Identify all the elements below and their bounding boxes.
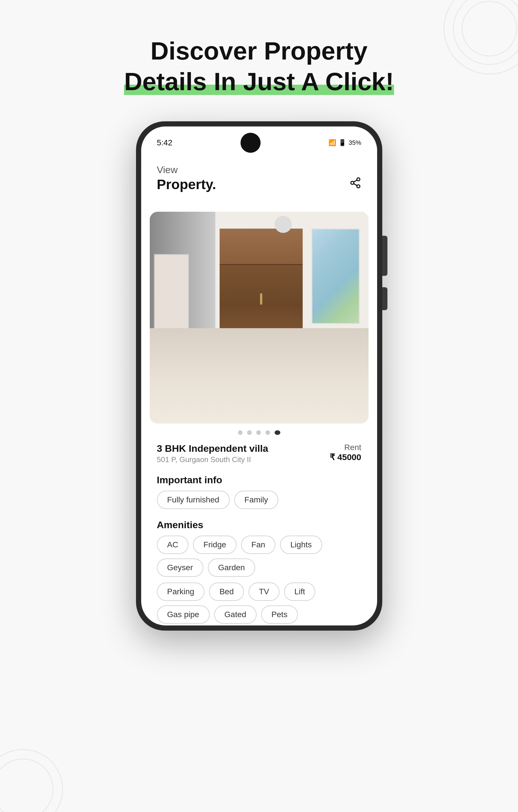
status-time: 5:42 xyxy=(157,138,173,147)
battery-text: 35% xyxy=(349,139,361,146)
phone-side-button xyxy=(382,236,387,276)
property-image xyxy=(150,212,369,424)
tag-parking: Parking xyxy=(157,583,205,601)
rent-amount: ₹ 45000 xyxy=(330,452,361,462)
tag-ac: AC xyxy=(157,535,189,554)
phone-wrapper: 5:42 📶 📱 35% View Property. xyxy=(136,121,382,631)
svg-line-4 xyxy=(354,180,357,182)
tag-fridge: Fridge xyxy=(193,535,236,554)
camera-notch xyxy=(241,133,261,153)
tag-family: Family xyxy=(234,491,278,509)
svg-line-3 xyxy=(354,184,357,186)
property-title: Property. xyxy=(157,177,216,192)
property-details: 3 BHK Independent villa 501 P, Gurgaon S… xyxy=(141,435,377,509)
amenities-section: Amenities AC Fridge Fan Lights Geyser Ga… xyxy=(141,519,377,626)
tag-fan: Fan xyxy=(241,535,275,554)
dot-5-active[interactable] xyxy=(275,430,280,435)
tag-fully-furnished: Fully furnished xyxy=(157,491,230,509)
app-header: View Property. xyxy=(141,156,377,204)
property-image-inner xyxy=(150,212,369,424)
tag-lights: Lights xyxy=(280,535,322,554)
property-title-row: Property. xyxy=(157,177,361,192)
share-icon[interactable] xyxy=(349,177,361,192)
phone-screen: 5:42 📶 📱 35% View Property. xyxy=(141,126,377,626)
page-content: Discover Property Details In Just A Clic… xyxy=(0,0,518,812)
property-name-row: 3 BHK Independent villa 501 P, Gurgaon S… xyxy=(157,443,361,464)
amenities-title: Amenities xyxy=(157,519,361,530)
tag-gas-pipe: Gas pipe xyxy=(157,605,210,624)
headline-line2: Details In Just A Click! xyxy=(124,68,394,95)
info-tags-row: Fully furnished Family xyxy=(157,491,361,509)
dot-4[interactable] xyxy=(266,430,270,435)
prop-address: 501 P, Gurgaon South City II xyxy=(157,455,268,464)
dot-1[interactable] xyxy=(238,430,243,435)
wifi-icon: 📶 xyxy=(328,139,336,146)
view-label: View xyxy=(157,164,361,175)
status-bar: 5:42 📶 📱 35% xyxy=(141,126,377,156)
wardrobe-handle xyxy=(260,293,262,305)
dot-2[interactable] xyxy=(247,430,252,435)
tag-garden: Garden xyxy=(208,558,255,577)
status-icons: 📶 📱 35% xyxy=(328,139,361,146)
dot-3[interactable] xyxy=(256,430,261,435)
rent-info: Rent ₹ 45000 xyxy=(330,443,361,462)
rent-label: Rent xyxy=(330,443,361,452)
tag-geyser: Geyser xyxy=(157,558,203,577)
headline-section: Discover Property Details In Just A Clic… xyxy=(124,37,394,95)
important-info-title: Important info xyxy=(157,474,361,486)
window-area xyxy=(311,229,360,324)
room-floor xyxy=(150,328,369,424)
tag-tv: TV xyxy=(249,583,279,601)
tag-pets: Pets xyxy=(261,605,298,624)
headline-line1: Discover Property xyxy=(124,37,394,65)
amenity-row-1: AC Fridge Fan Lights Geyser Garden xyxy=(157,535,361,577)
tag-bed: Bed xyxy=(209,583,244,601)
amenity-row-2: Parking Bed TV Lift Gas pipe Gated Pets xyxy=(157,583,361,624)
headline-line2-wrapper: Details In Just A Click! xyxy=(124,68,394,95)
phone-side-button-2 xyxy=(382,287,387,310)
tag-gated: Gated xyxy=(214,605,256,624)
prop-name: 3 BHK Independent villa xyxy=(157,443,268,454)
signal-icon: 📱 xyxy=(338,139,346,146)
image-dots-row xyxy=(141,430,377,435)
tag-lift: Lift xyxy=(284,583,315,601)
phone-frame: 5:42 📶 📱 35% View Property. xyxy=(136,121,382,631)
